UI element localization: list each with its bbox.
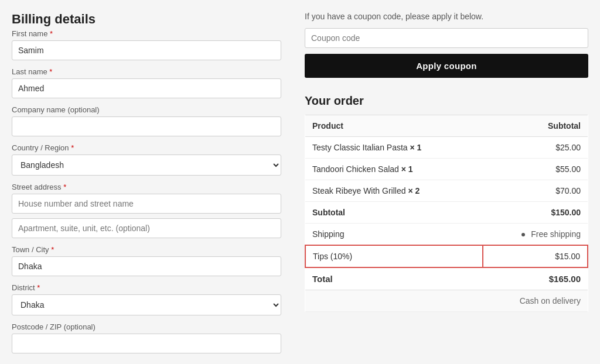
total-value: $165.00 xyxy=(483,267,588,290)
shipping-row: Shipping Free shipping xyxy=(305,224,588,246)
subtotal-label: Subtotal xyxy=(305,202,483,224)
district-select[interactable]: Dhaka Chittagong Sylhet xyxy=(12,294,281,315)
total-row: Total $165.00 xyxy=(305,267,588,290)
postcode-label: Postcode / ZIP (optional) xyxy=(12,322,281,331)
right-section: If you have a coupon code, please apply … xyxy=(305,12,588,360)
order-item-name: Steak Ribeye With Grilled × 2 xyxy=(305,180,483,202)
street-label: Street address * xyxy=(12,183,281,191)
order-table-header: Product Subtotal xyxy=(305,115,588,137)
country-select[interactable]: Bangladesh United States United Kingdom xyxy=(12,154,281,176)
company-input[interactable] xyxy=(12,116,281,136)
last-name-group: Last name * xyxy=(12,67,281,98)
country-label: Country / Region * xyxy=(12,143,281,152)
coupon-intro: If you have a coupon code, please apply … xyxy=(305,12,588,21)
street-group: Street address * xyxy=(12,183,281,238)
subtotal-row: Subtotal $150.00 xyxy=(305,202,588,224)
first-name-group: First name * xyxy=(12,29,281,60)
tips-label: Tips (10%) xyxy=(305,245,483,267)
city-input[interactable] xyxy=(12,256,281,276)
last-name-label: Last name * xyxy=(12,67,281,76)
order-item-qty: × 1 xyxy=(401,164,413,174)
company-label: Company name (optional) xyxy=(12,105,281,114)
apply-coupon-button[interactable]: Apply coupon xyxy=(305,54,588,78)
order-item-qty: × 2 xyxy=(408,186,420,195)
billing-section: Billing details First name * Last name *… xyxy=(12,12,281,360)
last-name-input[interactable] xyxy=(12,78,281,98)
order-item-row: Tandoori Chicken Salad × 1 $55.00 xyxy=(305,159,588,180)
order-item-row: Steak Ribeye With Grilled × 2 $70.00 xyxy=(305,180,588,202)
order-item-row: Testy Classic Italian Pasta × 1 $25.00 xyxy=(305,137,588,159)
tips-row: Tips (10%) $15.00 xyxy=(305,245,588,267)
postcode-group: Postcode / ZIP (optional) xyxy=(12,322,281,353)
order-table: Product Subtotal Testy Classic Italian P… xyxy=(305,115,588,312)
street-apt-input[interactable] xyxy=(12,218,281,238)
first-name-label: First name * xyxy=(12,29,281,38)
order-item-name: Testy Classic Italian Pasta × 1 xyxy=(305,137,483,159)
district-label: District * xyxy=(12,283,281,292)
order-item-price: $55.00 xyxy=(483,159,588,180)
payment-row: Cash on delivery xyxy=(305,290,588,312)
first-name-input[interactable] xyxy=(12,40,281,60)
shipping-label: Shipping xyxy=(305,224,483,246)
postcode-input[interactable] xyxy=(12,334,281,353)
subtotal-col-header: Subtotal xyxy=(483,115,588,137)
street-input[interactable] xyxy=(12,194,281,214)
billing-title: Billing details xyxy=(12,12,281,27)
tips-value: $15.00 xyxy=(483,245,588,267)
district-group: District * Dhaka Chittagong Sylhet xyxy=(12,283,281,315)
company-group: Company name (optional) xyxy=(12,105,281,136)
order-item-price: $70.00 xyxy=(483,180,588,202)
order-item-qty: × 1 xyxy=(410,143,422,152)
country-group: Country / Region * Bangladesh United Sta… xyxy=(12,143,281,176)
order-item-price: $25.00 xyxy=(483,137,588,159)
your-order-title: Your order xyxy=(305,94,588,108)
total-label: Total xyxy=(305,267,483,290)
order-item-name: Tandoori Chicken Salad × 1 xyxy=(305,159,483,180)
shipping-bullet-icon xyxy=(521,233,525,236)
product-col-header: Product xyxy=(305,115,483,137)
city-label: Town / City * xyxy=(12,245,281,254)
shipping-value: Free shipping xyxy=(483,224,588,246)
coupon-input[interactable] xyxy=(305,28,588,48)
subtotal-value: $150.00 xyxy=(483,202,588,224)
city-group: Town / City * xyxy=(12,245,281,276)
payment-label: Cash on delivery xyxy=(305,290,588,312)
